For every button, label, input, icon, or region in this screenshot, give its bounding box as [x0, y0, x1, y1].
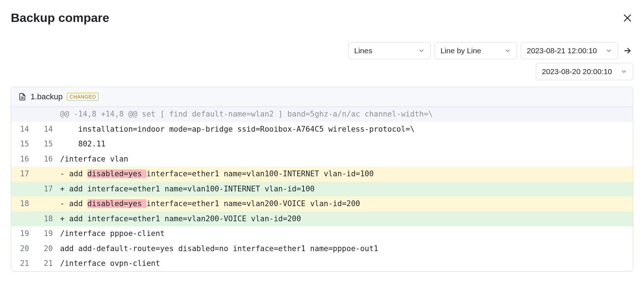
- line-number-new: 19: [35, 226, 59, 241]
- diff-row: 18- add disabled=yes interface=ether1 na…: [11, 196, 633, 212]
- line-number-old: 20: [11, 241, 35, 257]
- line-number-old: 19: [11, 226, 35, 241]
- header-bar: Backup compare: [11, 11, 633, 25]
- line-number-new: [35, 167, 59, 182]
- datetime-a-value: 2023-08-21 12:00:10: [527, 46, 597, 55]
- chevron-down-icon: [606, 47, 612, 54]
- line-number-new: 21: [35, 256, 59, 271]
- controls-row-1: Lines Line by Line 2023-08-21 12:00:10: [348, 42, 633, 59]
- line-number-old: 16: [11, 152, 35, 167]
- line-number-new: 15: [35, 137, 59, 152]
- mode-select-value: Lines: [354, 46, 372, 55]
- line-number-new: 20: [35, 241, 59, 257]
- mode-select[interactable]: Lines: [348, 42, 431, 59]
- close-button[interactable]: [622, 12, 633, 24]
- diff-content: 802.11: [59, 137, 633, 152]
- diff-content: add add-default-route=yes disabled=no in…: [59, 241, 633, 257]
- status-badge: CHANGED: [67, 93, 99, 101]
- chevron-down-icon: [621, 68, 627, 75]
- diff-content: /interface pppoe-client: [59, 226, 633, 241]
- diff-content: /interface ovpn-client: [59, 256, 633, 271]
- view-select[interactable]: Line by Line: [434, 42, 517, 59]
- line-number-old: 18: [11, 196, 35, 212]
- diff-content: - add disabled=yes interface=ether1 name…: [59, 196, 633, 212]
- line-number-old: 14: [11, 122, 35, 137]
- removed-span: disabled=yes: [87, 169, 146, 178]
- line-number-old: 21: [11, 256, 35, 271]
- line-number-old: 17: [11, 167, 35, 182]
- diff-row: 2121/interface ovpn-client: [11, 256, 633, 271]
- view-select-value: Line by Line: [440, 46, 481, 55]
- line-number-new: 17: [35, 182, 59, 197]
- line-number-new: 18: [35, 212, 59, 227]
- diff-content: + add interface=ether1 name=vlan200-VOIC…: [59, 212, 633, 227]
- chevron-down-icon: [504, 47, 511, 54]
- controls-row-2: 2023-08-20 20:00:10: [536, 63, 633, 80]
- hunk-text: @@ -14,8 +14,8 @@ set [ find default-nam…: [59, 107, 633, 122]
- diff-content: /interface vlan: [59, 152, 633, 167]
- hunk-header: @@ -14,8 +14,8 @@ set [ find default-nam…: [11, 107, 633, 122]
- line-number-new: [35, 107, 59, 122]
- diff-table: @@ -14,8 +14,8 @@ set [ find default-nam…: [11, 107, 633, 271]
- chevron-down-icon: [418, 47, 425, 54]
- line-number-old: [11, 182, 35, 197]
- diff-row: 2020add add-default-route=yes disabled=n…: [11, 241, 633, 257]
- controls: Lines Line by Line 2023-08-21 12:00:10 2…: [11, 42, 633, 80]
- line-number-new: 16: [35, 152, 59, 167]
- line-number-old: 15: [11, 137, 35, 152]
- line-number-old: [11, 212, 35, 227]
- diff-content: installation=indoor mode=ap-bridge ssid=…: [59, 122, 633, 137]
- diff-row: 1515 802.11: [11, 137, 633, 152]
- datetime-a-select[interactable]: 2023-08-21 12:00:10: [521, 42, 618, 59]
- next-button[interactable]: [622, 45, 633, 56]
- file-header: 1.backup CHANGED: [11, 87, 633, 107]
- close-icon: [623, 13, 632, 23]
- diff-row: 17+ add interface=ether1 name=vlan100-IN…: [11, 182, 633, 197]
- page-title: Backup compare: [11, 11, 109, 25]
- diff-content: - add disabled=yes interface=ether1 name…: [59, 167, 633, 182]
- diff-row: 1616/interface vlan: [11, 152, 633, 167]
- line-number-new: 14: [35, 122, 59, 137]
- file-icon: [18, 93, 26, 101]
- diff-container: 1.backup CHANGED @@ -14,8 +14,8 @@ set […: [11, 87, 633, 272]
- line-number-old: [11, 107, 35, 122]
- datetime-b-select[interactable]: 2023-08-20 20:00:10: [536, 63, 633, 80]
- line-number-new: [35, 196, 59, 212]
- diff-row: 18+ add interface=ether1 name=vlan200-VO…: [11, 212, 633, 227]
- diff-row: 1919/interface pppoe-client: [11, 226, 633, 241]
- diff-row: 17- add disabled=yes interface=ether1 na…: [11, 167, 633, 182]
- removed-span: disabled=yes: [87, 199, 146, 208]
- datetime-b-value: 2023-08-20 20:00:10: [542, 67, 612, 76]
- arrow-right-icon: [624, 47, 631, 55]
- diff-row: 1414 installation=indoor mode=ap-bridge …: [11, 122, 633, 137]
- diff-content: + add interface=ether1 name=vlan100-INTE…: [59, 182, 633, 197]
- file-name: 1.backup: [31, 92, 63, 101]
